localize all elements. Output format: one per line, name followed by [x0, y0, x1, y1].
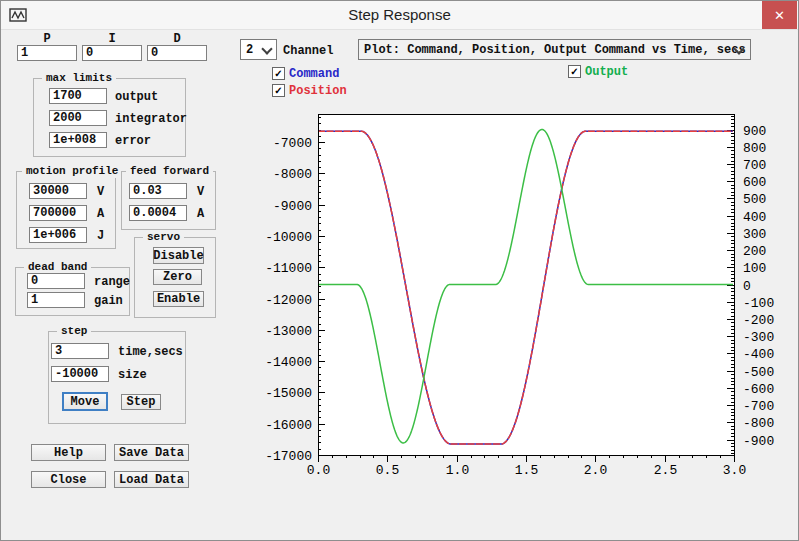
time-input[interactable]: [51, 343, 109, 359]
ff-accel-label: A: [197, 207, 204, 221]
output-limit-input[interactable]: [49, 88, 107, 104]
x-tick-label: 0.5: [376, 463, 399, 478]
size-input[interactable]: [51, 366, 109, 382]
accel-input[interactable]: [29, 205, 87, 221]
output-checkbox[interactable]: ✓: [568, 65, 581, 78]
jerk-label: J: [97, 229, 104, 243]
p-label: P: [17, 32, 77, 46]
y-left-tick-label: -13000: [265, 324, 312, 339]
i-label: I: [82, 32, 142, 46]
y-right-tick-label: -200: [743, 313, 774, 328]
x-tick-label: 1.5: [515, 463, 538, 478]
load-data-button[interactable]: Load Data: [114, 471, 189, 488]
close-button[interactable]: Close: [31, 471, 106, 488]
accel-label: A: [97, 207, 104, 221]
dead-band-title: dead band: [24, 260, 91, 274]
range-input[interactable]: [27, 273, 85, 289]
y-right-tick-label: -900: [743, 434, 774, 449]
channel-combo-value: 2: [246, 43, 253, 57]
plot-type-select-value: Plot: Command, Position, Output Command …: [364, 43, 746, 57]
y-right-tick-label: 300: [743, 227, 766, 242]
range-label: range: [94, 275, 130, 289]
position-checkbox[interactable]: ✓: [272, 84, 285, 97]
max-limits-title: max limits: [42, 71, 116, 85]
velocity-label: V: [97, 185, 104, 199]
y-left-tick-label: -7000: [273, 136, 312, 151]
zero-button[interactable]: Zero: [153, 269, 202, 285]
y-left-tick-label: -12000: [265, 293, 312, 308]
y-left-tick-label: -10000: [265, 230, 312, 245]
command-checkbox[interactable]: ✓: [272, 67, 285, 80]
gain-label: gain: [94, 294, 123, 308]
y-right-tick-label: 800: [743, 141, 766, 156]
plot-frame: [318, 114, 734, 455]
feed-forward-title: feed forward: [126, 164, 213, 178]
title-bar: Step Response ✕: [1, 1, 798, 30]
error-limit-input[interactable]: [49, 132, 107, 148]
channel-label: Channel: [283, 44, 333, 58]
motion-profile-title: motion profile: [22, 164, 122, 178]
output-checkbox-label[interactable]: Output: [585, 65, 628, 79]
step-title: step: [57, 324, 91, 338]
check-icon: ✓: [274, 68, 282, 79]
velocity-input[interactable]: [29, 183, 87, 199]
gain-input[interactable]: [27, 292, 85, 308]
save-data-button[interactable]: Save Data: [114, 444, 189, 461]
y-right-tick-label: -500: [743, 365, 774, 380]
y-right-tick-label: 200: [743, 244, 766, 259]
x-tick-label: 3.0: [723, 463, 746, 478]
disable-button[interactable]: Disable: [153, 247, 204, 264]
y-right-tick-label: 100: [743, 261, 766, 276]
y-right-tick-label: 0: [743, 279, 751, 294]
position-checkbox-label[interactable]: Position: [289, 84, 347, 98]
series-position: [318, 131, 734, 444]
command-checkbox-label[interactable]: Command: [289, 67, 339, 81]
y-right-tick-label: 600: [743, 175, 766, 190]
y-left-tick-label: -15000: [265, 386, 312, 401]
y-right-tick-label: -700: [743, 399, 774, 414]
window-close-button[interactable]: ✕: [762, 1, 797, 29]
size-label: size: [118, 368, 147, 382]
integrator-limit-input[interactable]: [49, 110, 107, 126]
y-right-tick-label: 900: [743, 124, 766, 139]
x-tick-label: 1.0: [446, 463, 469, 478]
ff-velocity-input[interactable]: [129, 183, 187, 199]
window-title: Step Response: [1, 6, 798, 23]
d-input[interactable]: [147, 45, 207, 61]
i-input[interactable]: [82, 45, 142, 61]
series-output: [318, 130, 734, 443]
output-limit-label: output: [115, 90, 158, 104]
time-label: time,secs: [118, 345, 183, 359]
x-tick-label: 2.5: [654, 463, 677, 478]
plot-type-select[interactable]: Plot: Command, Position, Output Command …: [358, 39, 751, 60]
step-button[interactable]: Step: [121, 394, 161, 410]
move-button[interactable]: Move: [62, 392, 108, 411]
jerk-input[interactable]: [29, 227, 87, 243]
help-button[interactable]: Help: [31, 444, 106, 461]
y-left-tick-label: -11000: [265, 261, 312, 276]
y-right-tick-label: 400: [743, 210, 766, 225]
p-input[interactable]: [17, 45, 77, 61]
check-icon: ✓: [570, 66, 578, 77]
y-right-tick-label: 500: [743, 192, 766, 207]
y-left-tick-label: -8000: [273, 167, 312, 182]
step-response-window: Step Response ✕ P I D max limits output …: [0, 0, 799, 541]
chevron-down-icon: [261, 43, 272, 54]
feed-forward-group: feed forward: [121, 171, 216, 230]
enable-button[interactable]: Enable: [153, 291, 204, 307]
y-left-tick-label: -14000: [265, 355, 312, 370]
series-command: [318, 131, 734, 444]
x-tick-label: 2.0: [584, 463, 607, 478]
servo-title: servo: [143, 230, 184, 244]
error-limit-label: error: [115, 134, 151, 148]
y-right-tick-label: -600: [743, 382, 774, 397]
close-icon: ✕: [774, 8, 785, 23]
y-left-tick-label: -9000: [273, 199, 312, 214]
ff-accel-input[interactable]: [129, 205, 187, 221]
y-left-tick-label: -17000: [265, 449, 312, 464]
y-left-tick-label: -16000: [265, 418, 312, 433]
y-right-tick-label: -400: [743, 347, 774, 362]
channel-combo[interactable]: 2: [240, 39, 277, 60]
ff-velocity-label: V: [197, 185, 204, 199]
y-right-tick-label: -100: [743, 296, 774, 311]
